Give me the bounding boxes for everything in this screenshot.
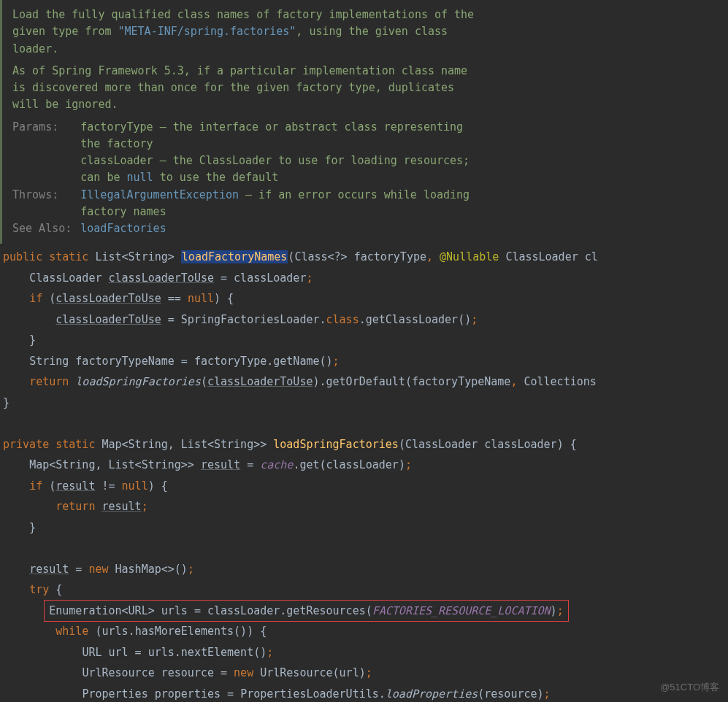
- method: getName: [273, 355, 319, 368]
- type: HashMap<>: [115, 563, 175, 576]
- param: classLoader: [207, 604, 280, 617]
- var: result: [201, 458, 240, 471]
- var: classLoaderToUse: [109, 271, 215, 285]
- class-ref: Collections: [524, 375, 596, 388]
- method-call: loadSpringFactories: [75, 375, 201, 388]
- keyword: new: [234, 666, 253, 679]
- var: urls: [148, 646, 175, 659]
- keyword: if: [29, 292, 42, 305]
- method: loadProperties: [386, 687, 478, 701]
- keyword: class: [326, 313, 359, 326]
- type: Properties: [82, 687, 147, 701]
- var: result: [101, 500, 141, 513]
- javadoc-throws-label: Throws:: [12, 187, 80, 221]
- type: Map<String, List<String>>: [29, 458, 194, 471]
- type: String: [29, 355, 69, 368]
- var: urls: [101, 625, 128, 638]
- javadoc-throws-link[interactable]: IllegalArgumentException: [80, 188, 239, 201]
- var: classLoaderToUse: [55, 313, 161, 326]
- var: resource: [484, 687, 537, 701]
- method: getResources: [286, 604, 365, 617]
- javadoc-description-2: As of Spring Framework 5.3, if a particu…: [12, 63, 480, 114]
- method: nextElement: [181, 646, 253, 659]
- var: result: [55, 479, 95, 493]
- keyword: public: [3, 250, 42, 263]
- type: UrlResource: [82, 666, 154, 679]
- javadoc-params-body: factoryType – the interface or abstract …: [80, 119, 489, 187]
- param: factoryType: [194, 355, 267, 368]
- var: url: [340, 666, 359, 679]
- type: ClassLoader: [505, 250, 578, 263]
- var: resource: [161, 666, 214, 679]
- keyword: static: [49, 250, 88, 263]
- keyword: while: [55, 625, 88, 638]
- type: ClassLoader: [29, 271, 101, 285]
- type: Map<String, List<String>>: [101, 438, 267, 451]
- highlighted-line: Enumeration<URL> urls = classLoader.getR…: [45, 601, 567, 622]
- keyword: null: [188, 292, 214, 305]
- javadoc-param: classLoader – the ClassLoader to use for…: [80, 153, 480, 187]
- class-ref: SpringFactoriesLoader: [181, 313, 320, 326]
- method-name-selected[interactable]: loadFactoryNames: [181, 250, 288, 263]
- javadoc-seealso-link[interactable]: loadFactories: [80, 222, 166, 235]
- var: factoryTypeName: [75, 355, 174, 368]
- type: URL: [82, 646, 101, 659]
- constant: FACTORIES_RESOURCE_LOCATION: [372, 604, 551, 617]
- var: url: [109, 646, 129, 659]
- javadoc-block: Load the fully qualified class names of …: [0, 0, 728, 244]
- watermark: @51CTO博客: [660, 679, 719, 696]
- keyword: return: [55, 500, 95, 513]
- javadoc-throws-body: IllegalArgumentException – if an error o…: [80, 187, 489, 221]
- param: classLoader: [326, 458, 399, 471]
- method: get: [299, 458, 319, 471]
- keyword: return: [29, 375, 69, 388]
- javadoc-params-label: Params:: [12, 119, 80, 187]
- var: factoryTypeName: [412, 375, 510, 388]
- var: classLoaderToUse: [55, 292, 161, 305]
- javadoc-description-1: Load the fully qualified class names of …: [12, 7, 480, 58]
- var: classLoaderToUse: [207, 375, 313, 388]
- keyword: new: [88, 563, 108, 576]
- keyword: try: [29, 583, 49, 596]
- type: Class<?>: [294, 250, 347, 263]
- keyword: if: [29, 479, 42, 493]
- code-editor[interactable]: public static List<String> loadFactoryNa…: [0, 244, 728, 702]
- class-ref: PropertiesLoaderUtils: [240, 687, 379, 701]
- method: getOrDefault: [326, 375, 405, 388]
- type: Enumeration<URL>: [49, 604, 155, 617]
- var: result: [29, 563, 69, 576]
- param: factoryType: [354, 250, 426, 263]
- type: UrlResource: [260, 666, 332, 679]
- type: List<String>: [95, 250, 174, 263]
- param: classLoader: [234, 271, 306, 285]
- var: properties: [155, 687, 221, 701]
- keyword: static: [55, 438, 95, 451]
- method: hasMoreElements: [135, 625, 234, 638]
- javadoc-seealso-body: loadFactories: [80, 220, 489, 237]
- javadoc-seealso-label: See Also:: [12, 220, 80, 237]
- type: ClassLoader: [405, 438, 478, 451]
- keyword: null: [122, 479, 148, 493]
- param-cut: cl: [585, 250, 598, 263]
- javadoc-param: factoryType – the interface or abstract …: [80, 119, 480, 153]
- method-name: loadSpringFactories: [273, 438, 399, 451]
- var: urls: [161, 604, 188, 617]
- keyword: private: [3, 438, 49, 451]
- javadoc-code: null: [127, 171, 153, 184]
- annotation: @Nullable: [440, 250, 499, 263]
- field: cache: [260, 458, 293, 471]
- param: classLoader: [484, 438, 556, 451]
- method: getClassLoader: [366, 313, 458, 326]
- javadoc-literal: "META-INF/spring.factories": [118, 25, 296, 38]
- javadoc-tags: Params: factoryType – the interface or a…: [12, 119, 489, 238]
